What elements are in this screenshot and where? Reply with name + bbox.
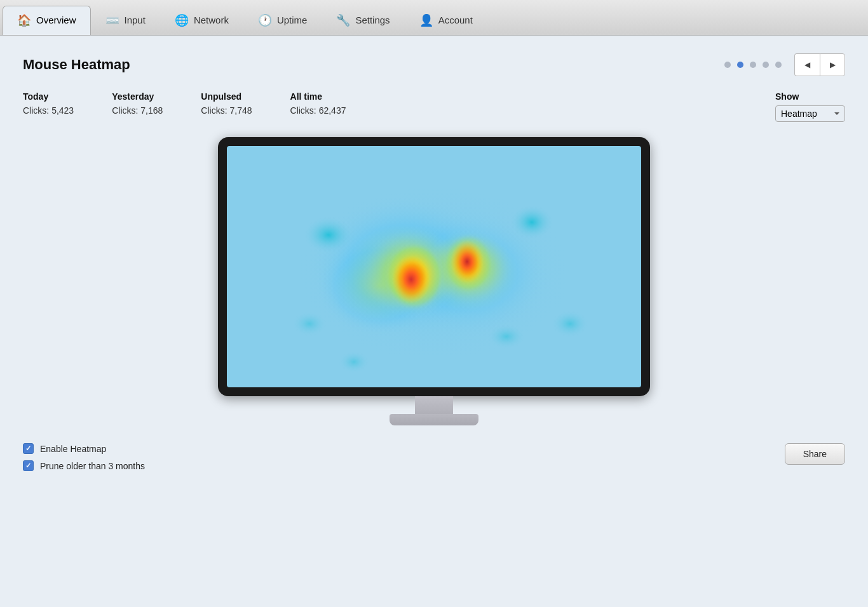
stat-unpulsed-value: Clicks: 7,748: [201, 105, 252, 116]
network-icon: 🌐: [175, 13, 189, 27]
tab-settings-label: Settings: [355, 15, 390, 25]
heatmap-visualization: [227, 146, 641, 387]
tab-network-label: Network: [194, 15, 229, 25]
tab-account[interactable]: 👤 Account: [405, 6, 487, 35]
nav-buttons: ◀ ▶: [794, 53, 845, 76]
dot-1[interactable]: [737, 62, 743, 68]
svg-point-15: [338, 350, 370, 373]
svg-point-16: [487, 324, 526, 349]
svg-point-10: [451, 240, 484, 283]
monitor-container: [23, 137, 845, 425]
tab-overview[interactable]: 🏠 Overview: [3, 6, 91, 35]
dot-0[interactable]: [724, 62, 731, 68]
pagination-dots: [724, 62, 782, 68]
tab-uptime[interactable]: 🕐 Uptime: [243, 6, 322, 35]
tab-uptime-label: Uptime: [277, 15, 308, 25]
stat-today-label: Today: [23, 91, 74, 102]
svg-point-13: [551, 310, 589, 338]
tab-bar: 🏠 Overview ⌨️ Input 🌐 Network 🕐 Uptime 🔧…: [0, 0, 868, 36]
svg-point-9: [392, 255, 430, 304]
monitor-screen: [227, 146, 641, 387]
settings-icon: 🔧: [336, 13, 350, 27]
monitor-screen-outer: [218, 137, 650, 396]
stat-yesterday-value: Clicks: 7,168: [112, 105, 163, 116]
tab-network[interactable]: 🌐 Network: [160, 6, 243, 35]
input-icon: ⌨️: [105, 13, 119, 27]
overview-icon: 🏠: [17, 13, 31, 27]
tab-input-label: Input: [125, 15, 146, 25]
checkbox-prune-old[interactable]: ✓ Prune older than 3 months: [23, 460, 145, 471]
checkbox-enable-heatmap[interactable]: ✓ Enable Heatmap: [23, 443, 145, 454]
prev-button[interactable]: ◀: [794, 53, 820, 76]
monitor-stand-base: [390, 414, 478, 425]
checkbox-enable-heatmap-label: Enable Heatmap: [40, 444, 106, 454]
main-content: Mouse Heatmap ◀ ▶ Today Clicks: 5,423 Ye…: [0, 36, 868, 607]
stats-row: Today Clicks: 5,423 Yesterday Clicks: 7,…: [23, 91, 845, 122]
tab-account-label: Account: [438, 15, 473, 25]
checkboxes: ✓ Enable Heatmap ✓ Prune older than 3 mo…: [23, 443, 145, 471]
tab-input[interactable]: ⌨️ Input: [91, 6, 160, 35]
stat-alltime-value: Clicks: 62,437: [290, 105, 346, 116]
stat-unpulsed: Unpulsed Clicks: 7,748: [201, 91, 252, 116]
dot-2[interactable]: [750, 62, 756, 68]
stat-today: Today Clicks: 5,423: [23, 91, 74, 116]
monitor-stand-neck: [415, 396, 453, 414]
page-header: Mouse Heatmap ◀ ▶: [23, 53, 845, 76]
tab-overview-label: Overview: [36, 15, 76, 25]
dot-4[interactable]: [775, 62, 782, 68]
account-icon: 👤: [419, 13, 433, 27]
stat-alltime: All time Clicks: 62,437: [290, 91, 346, 116]
show-group: Show Heatmap Clicks Movement: [775, 91, 845, 122]
svg-point-14: [292, 311, 327, 337]
stat-alltime-label: All time: [290, 91, 346, 102]
svg-point-11: [303, 216, 354, 254]
show-label: Show: [775, 91, 845, 102]
checkbox-prune-old-label: Prune older than 3 months: [40, 461, 145, 471]
uptime-icon: 🕐: [258, 13, 272, 27]
stat-today-value: Clicks: 5,423: [23, 105, 74, 116]
stat-yesterday-label: Yesterday: [112, 91, 163, 102]
dot-3[interactable]: [763, 62, 769, 68]
show-select[interactable]: Heatmap Clicks Movement: [775, 105, 845, 122]
next-button[interactable]: ▶: [820, 53, 845, 76]
svg-point-12: [510, 204, 554, 240]
bottom-row: ✓ Enable Heatmap ✓ Prune older than 3 mo…: [23, 443, 845, 471]
checkbox-prune-old-box[interactable]: ✓: [23, 460, 34, 471]
monitor-wrap: [218, 137, 650, 425]
stat-yesterday: Yesterday Clicks: 7,168: [112, 91, 163, 116]
tab-settings[interactable]: 🔧 Settings: [322, 6, 404, 35]
checkbox-enable-heatmap-box[interactable]: ✓: [23, 443, 34, 454]
page-title: Mouse Heatmap: [23, 57, 130, 73]
share-button[interactable]: Share: [785, 443, 845, 465]
header-right: ◀ ▶: [724, 53, 845, 76]
stat-unpulsed-label: Unpulsed: [201, 91, 252, 102]
